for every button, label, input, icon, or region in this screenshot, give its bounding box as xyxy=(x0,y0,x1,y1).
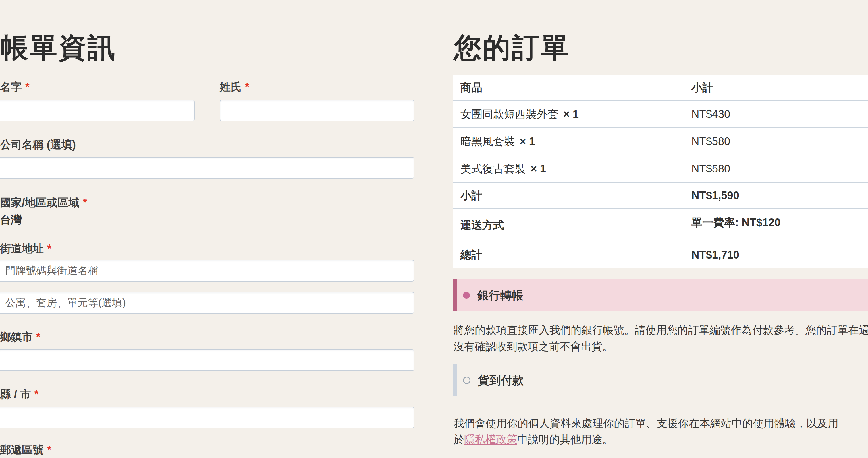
order-item-name: 美式復古套裝× 1 xyxy=(460,161,546,176)
order-table: 商品 小計 女團同款短西裝外套× 1 NT$430 暗黑風套裝× 1 NT$58… xyxy=(453,75,868,268)
privacy-text-after: 中說明的其他用途。 xyxy=(517,434,613,446)
subtotal-value: NT$1,590 xyxy=(691,189,739,202)
order-item-price: NT$430 xyxy=(691,108,730,121)
required-asterisk: * xyxy=(245,81,249,92)
subtotal-column-header: 小計 xyxy=(691,80,713,95)
required-asterisk: * xyxy=(83,197,87,208)
bank-transfer-label[interactable]: 銀行轉帳 xyxy=(477,288,523,303)
bank-transfer-description: 將您的款項直接匯入我們的銀行帳號。請使用您的訂單編號作為付款參考。您的訂單在還沒… xyxy=(454,322,868,355)
order-review-section: 您的訂單 商品 小計 女團同款短西裝外套× 1 NT$430 暗黑風套裝× 1 … xyxy=(453,0,868,458)
privacy-policy-link[interactable]: 隱私權政策 xyxy=(464,434,517,446)
first-name-input[interactable] xyxy=(0,100,195,121)
order-item-name: 暗黑風套裝× 1 xyxy=(460,134,535,149)
cod-radio-unselected[interactable] xyxy=(463,377,470,384)
total-label: 總計 xyxy=(460,248,482,262)
required-asterisk: * xyxy=(47,444,52,455)
address-line1-input[interactable] xyxy=(0,260,414,282)
order-item-price: NT$580 xyxy=(691,135,730,148)
shipping-value: 單一費率: NT$120 xyxy=(691,215,780,230)
order-table-header: 商品 小計 xyxy=(453,75,868,101)
required-asterisk: * xyxy=(34,389,39,400)
payment-option-cod[interactable]: 貨到付款 xyxy=(453,364,868,396)
product-column-header: 商品 xyxy=(460,80,482,95)
order-item-name: 女團同款短西裝外套× 1 xyxy=(460,107,579,122)
order-item-row: 女團同款短西裝外套× 1 NT$430 xyxy=(453,101,868,128)
country-value: 台灣 xyxy=(0,215,22,225)
subtotal-label: 小計 xyxy=(460,188,482,203)
required-asterisk: * xyxy=(25,81,30,92)
city-label: 鄉鎮市 * xyxy=(0,331,40,342)
checkout-page: 帳單資訊 名字 * 姓氏 * 公司名稱 (選填) 國家/地區或區域 * 台灣 街… xyxy=(0,0,868,458)
last-name-label: 姓氏 * xyxy=(220,81,249,92)
first-name-label: 名字 * xyxy=(0,81,30,92)
payment-option-bank-transfer[interactable]: 銀行轉帳 xyxy=(453,279,868,312)
privacy-notice: 我們會使用你的個人資料來處理你的訂單、支援你在本網站中的使用體驗，以及用於隱私權… xyxy=(454,416,838,447)
subtotal-row: 小計 NT$1,590 xyxy=(453,183,868,209)
state-label: 縣 / 市 * xyxy=(0,389,38,400)
bank-transfer-radio-selected[interactable] xyxy=(463,292,470,299)
last-name-input[interactable] xyxy=(220,100,414,121)
cod-label[interactable]: 貨到付款 xyxy=(478,372,524,388)
order-item-price: NT$580 xyxy=(691,162,730,175)
billing-section: 帳單資訊 名字 * 姓氏 * 公司名稱 (選填) 國家/地區或區域 * 台灣 街… xyxy=(0,0,417,458)
city-input[interactable] xyxy=(0,349,414,371)
total-row: 總計 NT$1,710 xyxy=(453,241,868,268)
country-label: 國家/地區或區域 * xyxy=(0,197,87,208)
shipping-row: 運送方式 單一費率: NT$120 xyxy=(453,209,868,241)
company-input[interactable] xyxy=(0,157,414,179)
required-asterisk: * xyxy=(47,243,52,254)
company-label: 公司名稱 (選填) xyxy=(0,139,76,150)
order-item-row: 美式復古套裝× 1 NT$580 xyxy=(453,155,868,183)
address-line2-input[interactable] xyxy=(0,292,414,314)
order-item-qty: × 1 xyxy=(563,108,579,120)
shipping-label: 運送方式 xyxy=(460,218,504,232)
order-title: 您的訂單 xyxy=(454,33,570,63)
billing-title: 帳單資訊 xyxy=(1,33,117,63)
postcode-label: 郵遞區號 * xyxy=(0,444,52,455)
required-asterisk: * xyxy=(36,331,40,342)
order-item-qty: × 1 xyxy=(530,162,546,174)
order-item-qty: × 1 xyxy=(520,135,535,147)
total-value: NT$1,710 xyxy=(691,249,739,261)
street-address-label: 街道地址 * xyxy=(0,243,52,254)
order-item-row: 暗黑風套裝× 1 NT$580 xyxy=(453,128,868,155)
state-input[interactable] xyxy=(0,406,414,428)
